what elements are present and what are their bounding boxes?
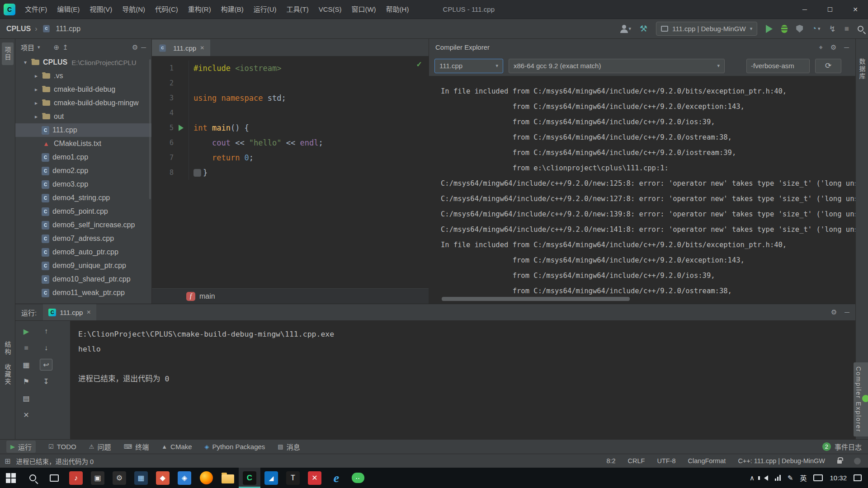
resolve-context[interactable]: C++: 111.cpp | Debug-MinGW bbox=[738, 457, 825, 465]
attach-process-button[interactable]: ↯ bbox=[829, 24, 836, 34]
scroll-to-end-button[interactable]: ↧ bbox=[40, 375, 52, 387]
stripe-tab-compiler-explorer[interactable]: Compiler Explorer bbox=[854, 362, 868, 436]
stripe-tab-favorites[interactable]: 收藏夹 bbox=[2, 360, 14, 389]
tree-chevron-icon[interactable]: ▸ bbox=[32, 73, 41, 79]
user-menu-button[interactable]: ▾ bbox=[621, 26, 632, 32]
search-button[interactable] bbox=[22, 468, 43, 488]
menu-item-3[interactable]: 导航(N) bbox=[117, 0, 150, 19]
source-select[interactable]: 111.cpp ▾ bbox=[434, 59, 503, 73]
tree-item-CPLUS[interactable]: ▾CPLUSE:\ClionProject\CPLU bbox=[15, 56, 151, 69]
prev-stack-trace-button[interactable]: ↑ bbox=[40, 325, 52, 337]
build-hammer-icon[interactable]: ⚒ bbox=[640, 23, 647, 34]
menu-item-11[interactable]: 帮助(H) bbox=[381, 0, 414, 19]
close-tab-icon[interactable]: ✕ bbox=[200, 45, 204, 51]
line-ending[interactable]: CRLF bbox=[628, 457, 645, 465]
restore-layout-button[interactable]: ▦ bbox=[20, 359, 33, 371]
tool-todo[interactable]: ☑TODO bbox=[48, 443, 76, 450]
menu-item-6[interactable]: 构建(B) bbox=[216, 0, 249, 19]
memory-indicator-icon[interactable] bbox=[854, 458, 861, 465]
run-console[interactable]: E:\ClionProject\CPLUS\cmake-build-debug-… bbox=[71, 321, 855, 439]
start-button[interactable] bbox=[0, 468, 22, 488]
tree-chevron-icon[interactable]: ▸ bbox=[32, 100, 41, 106]
tree-item-demo2.cpp[interactable]: Cdemo2.cpp bbox=[15, 164, 151, 178]
menu-item-9[interactable]: VCS(S) bbox=[314, 0, 347, 19]
caret-position[interactable]: 8:2 bbox=[606, 457, 615, 465]
run-configuration-dropdown[interactable]: 111.cpp | Debug-MinGW ▾ bbox=[656, 22, 757, 36]
tree-item-out[interactable]: ▸out bbox=[15, 110, 151, 123]
hide-panel-button[interactable]: ─ bbox=[844, 308, 849, 316]
inspection-ok-icon[interactable]: ✓ bbox=[416, 60, 422, 69]
minimize-window-button[interactable]: ─ bbox=[792, 0, 817, 19]
breadcrumb-function[interactable]: main bbox=[199, 292, 215, 300]
keyboard-icon[interactable] bbox=[813, 474, 823, 481]
settings-app-icon[interactable]: ⚙ bbox=[108, 468, 130, 488]
breadcrumb-project[interactable]: CPLUS bbox=[6, 25, 31, 33]
blue-app-icon[interactable]: ◈ bbox=[174, 468, 195, 488]
tool-problems[interactable]: ⚠问题 bbox=[89, 442, 111, 451]
tree-item-demo8_auto_ptr.cpp[interactable]: Cdemo8_auto_ptr.cpp bbox=[15, 245, 151, 259]
tree-item-cmake-build-debug[interactable]: ▸cmake-build-debug bbox=[15, 83, 151, 96]
editor-tab-111cpp[interactable]: C 111.cpp ✕ bbox=[152, 40, 210, 56]
maximize-window-button[interactable]: ☐ bbox=[817, 0, 843, 19]
tree-item-.vs[interactable]: ▸.vs bbox=[15, 69, 151, 83]
notification-icon[interactable] bbox=[854, 474, 862, 481]
menu-item-4[interactable]: 代码(C) bbox=[150, 0, 183, 19]
collapse-all-button[interactable]: ↥ bbox=[62, 43, 68, 52]
file-encoding[interactable]: UTF-8 bbox=[657, 457, 675, 465]
debug-button[interactable] bbox=[781, 25, 788, 33]
typora-icon[interactable]: T bbox=[282, 468, 304, 488]
menu-item-0[interactable]: 文件(F) bbox=[20, 0, 52, 19]
music-app-icon[interactable]: ♪ bbox=[65, 468, 87, 488]
stripe-tab-project[interactable]: 项目 bbox=[2, 42, 14, 65]
pin-tab-button[interactable]: ⚑ bbox=[20, 375, 33, 387]
code-editor[interactable]: ✓ 1#include <iostream>2 3using namespace… bbox=[152, 56, 429, 288]
tree-item-demo4_string.cpp[interactable]: Cdemo4_string.cpp bbox=[15, 191, 151, 205]
edge-icon[interactable]: e bbox=[326, 468, 347, 488]
red-x-app-icon[interactable]: ✕ bbox=[304, 468, 326, 488]
close-window-button[interactable]: ✕ bbox=[843, 0, 868, 19]
tree-item-111.cpp[interactable]: C111.cpp bbox=[15, 123, 151, 137]
tool-cmake[interactable]: ▲CMake bbox=[161, 443, 192, 450]
hide-panel-button[interactable]: ─ bbox=[844, 43, 849, 51]
tree-item-demo10_shared_ptr.cpp[interactable]: Cdemo10_shared_ptr.cpp bbox=[15, 272, 151, 286]
formatter[interactable]: ClangFormat bbox=[688, 457, 726, 465]
menu-item-2[interactable]: 视图(V) bbox=[85, 0, 117, 19]
tool-python-packages[interactable]: ◈Python Packages bbox=[205, 443, 265, 450]
print-button[interactable]: ▤ bbox=[20, 392, 33, 404]
tree-item-demo1.cpp[interactable]: Cdemo1.cpp bbox=[15, 150, 151, 164]
tree-chevron-icon[interactable]: ▸ bbox=[32, 113, 41, 120]
locate-file-button[interactable]: ⊕ bbox=[54, 43, 60, 52]
soft-wrap-button[interactable]: ↩ bbox=[40, 359, 52, 371]
menu-item-5[interactable]: 重构(R) bbox=[183, 0, 216, 19]
tree-chevron-icon[interactable]: ▾ bbox=[21, 59, 30, 66]
volume-icon[interactable] bbox=[764, 475, 768, 481]
ime-indicator[interactable]: 英 bbox=[800, 473, 807, 483]
profiler-button[interactable]: ◔ ▾ bbox=[811, 24, 820, 33]
run-tab-111cpp[interactable]: C 111.cpp ✕ bbox=[43, 304, 96, 320]
clear-all-button[interactable]: ✕ bbox=[20, 409, 33, 421]
tool-run[interactable]: ▶运行 bbox=[6, 441, 36, 453]
tree-item-demo9_unique_ptr.cpp[interactable]: Cdemo9_unique_ptr.cpp bbox=[15, 259, 151, 272]
tree-chevron-icon[interactable]: ▸ bbox=[32, 86, 41, 93]
tree-item-demo6_self_increase.cpp[interactable]: Cdemo6_self_increase.cpp bbox=[15, 218, 151, 232]
scrollbar-thumb[interactable] bbox=[442, 297, 629, 301]
red-app-icon[interactable]: ◆ bbox=[152, 468, 174, 488]
coverage-button[interactable] bbox=[796, 25, 803, 33]
tree-item-cmake-build-debug-mingw[interactable]: ▸cmake-build-debug-mingw bbox=[15, 96, 151, 110]
compiler-options-input[interactable] bbox=[746, 59, 810, 73]
gear-icon[interactable]: ⚙ bbox=[831, 308, 837, 316]
menu-item-1[interactable]: 编辑(E) bbox=[52, 0, 85, 19]
firefox-icon[interactable] bbox=[195, 468, 217, 488]
pen-icon[interactable]: ✎ bbox=[788, 474, 793, 482]
close-tab-icon[interactable]: ✕ bbox=[86, 309, 91, 315]
tree-item-demo3.cpp[interactable]: Cdemo3.cpp bbox=[15, 178, 151, 191]
tray-chevron-up-icon[interactable]: ∧ bbox=[750, 474, 755, 482]
rerun-button[interactable]: ▶ bbox=[20, 325, 33, 337]
network-icon[interactable] bbox=[775, 475, 781, 481]
project-scrollbar[interactable] bbox=[149, 59, 151, 199]
lock-icon[interactable] bbox=[837, 460, 842, 464]
project-panel-title[interactable]: 项目 bbox=[21, 42, 34, 52]
task-view-button[interactable] bbox=[43, 468, 65, 488]
stripe-tab-structure[interactable]: 结构 bbox=[2, 337, 14, 360]
file-explorer-icon[interactable] bbox=[217, 468, 239, 488]
